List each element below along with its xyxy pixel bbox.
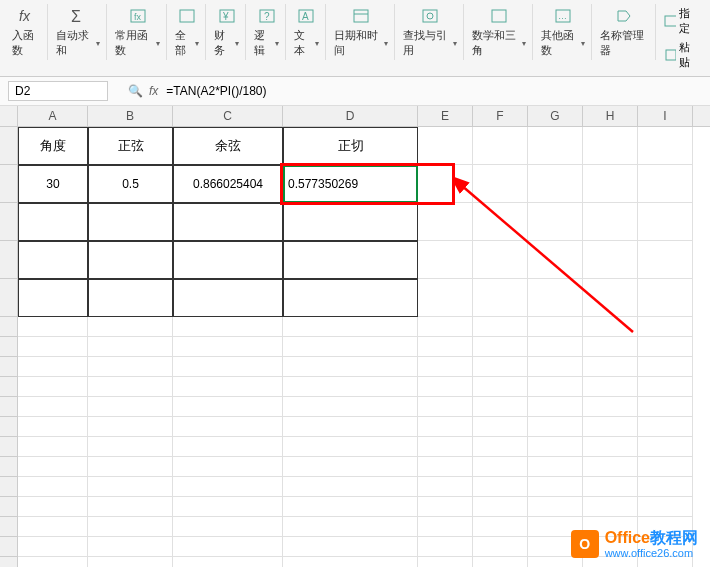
- star-fn-icon: fx: [126, 6, 150, 26]
- cell-c4[interactable]: [173, 241, 283, 279]
- cell-d2[interactable]: 0.577350269: [283, 165, 418, 203]
- row-header-3[interactable]: [0, 203, 18, 241]
- col-header-g[interactable]: G: [528, 106, 583, 126]
- col-header-d[interactable]: D: [283, 106, 418, 126]
- row-header-12[interactable]: [0, 437, 18, 457]
- row-header-2[interactable]: [0, 165, 18, 203]
- cell-c2[interactable]: 0.866025404: [173, 165, 283, 203]
- row-header-7[interactable]: [0, 337, 18, 357]
- finance-fn-button[interactable]: ¥ 财务▾: [208, 4, 246, 60]
- all-fn-button[interactable]: 全部▾: [169, 4, 207, 60]
- formula-input[interactable]: [164, 82, 702, 100]
- cell-a2[interactable]: 30: [18, 165, 88, 203]
- cell-a5[interactable]: [18, 279, 88, 317]
- col-header-e[interactable]: E: [418, 106, 473, 126]
- svg-text:Σ: Σ: [71, 8, 81, 25]
- cell-a3[interactable]: [18, 203, 88, 241]
- cell-b3[interactable]: [88, 203, 173, 241]
- row-header-14[interactable]: [0, 477, 18, 497]
- cell-e1[interactable]: [418, 127, 473, 165]
- cell-c5[interactable]: [173, 279, 283, 317]
- row-header-6[interactable]: [0, 317, 18, 337]
- cell-b1[interactable]: 正弦: [88, 127, 173, 165]
- all-icon: [175, 6, 199, 26]
- name-manager-button[interactable]: 名称管理器: [594, 4, 656, 60]
- svg-text:fx: fx: [134, 12, 142, 22]
- row-header-17[interactable]: [0, 537, 18, 557]
- lookup-icon: [418, 6, 442, 26]
- cell-c1[interactable]: 余弦: [173, 127, 283, 165]
- watermark: O Office教程网 www.office26.com: [571, 529, 698, 559]
- svg-text:¥: ¥: [222, 11, 229, 22]
- cell-g2[interactable]: [528, 165, 583, 203]
- cell-a4[interactable]: [18, 241, 88, 279]
- lookup-fn-button[interactable]: 查找与引用▾: [397, 4, 464, 60]
- cell-d5[interactable]: [283, 279, 418, 317]
- row-header-11[interactable]: [0, 417, 18, 437]
- cell-d4[interactable]: [283, 241, 418, 279]
- svg-text:fx: fx: [19, 8, 31, 24]
- col-header-a[interactable]: A: [18, 106, 88, 126]
- row-header-4[interactable]: [0, 241, 18, 279]
- math-fn-button[interactable]: 数学和三角▾: [466, 4, 533, 60]
- fx-label-icon[interactable]: fx: [149, 84, 158, 98]
- svg-point-14: [427, 13, 433, 19]
- paste-button[interactable]: 粘贴: [664, 40, 699, 70]
- cell-d3[interactable]: [283, 203, 418, 241]
- row-header-15[interactable]: [0, 497, 18, 517]
- insert-function-button[interactable]: fx 入函数: [6, 4, 48, 60]
- svg-rect-15: [492, 10, 506, 22]
- chevron-down-icon: ▾: [384, 39, 388, 48]
- row-header-18[interactable]: [0, 557, 18, 567]
- row-headers: [0, 127, 18, 567]
- cell-h2[interactable]: [583, 165, 638, 203]
- cells-area[interactable]: 角度 正弦 余弦 正切 30 0.5 0.866025404 0.5773502…: [18, 127, 693, 567]
- row-header-16[interactable]: [0, 517, 18, 537]
- cell-c3[interactable]: [173, 203, 283, 241]
- row-header-1[interactable]: [0, 127, 18, 165]
- cell-g1[interactable]: [528, 127, 583, 165]
- cell-b5[interactable]: [88, 279, 173, 317]
- datetime-fn-button[interactable]: 日期和时间▾: [328, 4, 395, 60]
- common-fn-button[interactable]: fx 常用函数▾: [109, 4, 166, 60]
- fx-icon: fx: [15, 6, 39, 26]
- cell-f2[interactable]: [473, 165, 528, 203]
- cell-d1[interactable]: 正切: [283, 127, 418, 165]
- tag-icon: [612, 6, 636, 26]
- magnifier-icon[interactable]: 🔍: [128, 84, 143, 98]
- name-box[interactable]: [8, 81, 108, 101]
- watermark-logo-icon: O: [571, 530, 599, 558]
- chevron-down-icon: ▾: [275, 39, 279, 48]
- cell-b4[interactable]: [88, 241, 173, 279]
- row-header-5[interactable]: [0, 279, 18, 317]
- chevron-down-icon: ▾: [581, 39, 585, 48]
- grid-icon: [664, 15, 676, 27]
- cell-b2[interactable]: 0.5: [88, 165, 173, 203]
- row-header-8[interactable]: [0, 357, 18, 377]
- formula-bar-row: 🔍 fx: [0, 77, 710, 106]
- cell-e2[interactable]: [418, 165, 473, 203]
- text-fn-button[interactable]: A 文本▾: [288, 4, 326, 60]
- cell-h1[interactable]: [583, 127, 638, 165]
- chevron-down-icon: ▾: [235, 39, 239, 48]
- chevron-down-icon: ▾: [195, 39, 199, 48]
- row-header-9[interactable]: [0, 377, 18, 397]
- math-icon: [487, 6, 511, 26]
- col-header-b[interactable]: B: [88, 106, 173, 126]
- cell-i1[interactable]: [638, 127, 693, 165]
- cell-a1[interactable]: 角度: [18, 127, 88, 165]
- col-header-f[interactable]: F: [473, 106, 528, 126]
- col-header-i[interactable]: I: [638, 106, 693, 126]
- autosum-button[interactable]: Σ 自动求和▾: [50, 4, 107, 60]
- select-all-corner[interactable]: [0, 106, 18, 126]
- col-header-h[interactable]: H: [583, 106, 638, 126]
- cell-i2[interactable]: [638, 165, 693, 203]
- col-header-c[interactable]: C: [173, 106, 283, 126]
- other-fn-button[interactable]: … 其他函数▾: [535, 4, 592, 60]
- row-header-10[interactable]: [0, 397, 18, 417]
- cell-f1[interactable]: [473, 127, 528, 165]
- logic-fn-button[interactable]: ? 逻辑▾: [248, 4, 286, 60]
- svg-rect-4: [180, 10, 194, 22]
- designate-button[interactable]: 指定: [664, 6, 699, 36]
- row-header-13[interactable]: [0, 457, 18, 477]
